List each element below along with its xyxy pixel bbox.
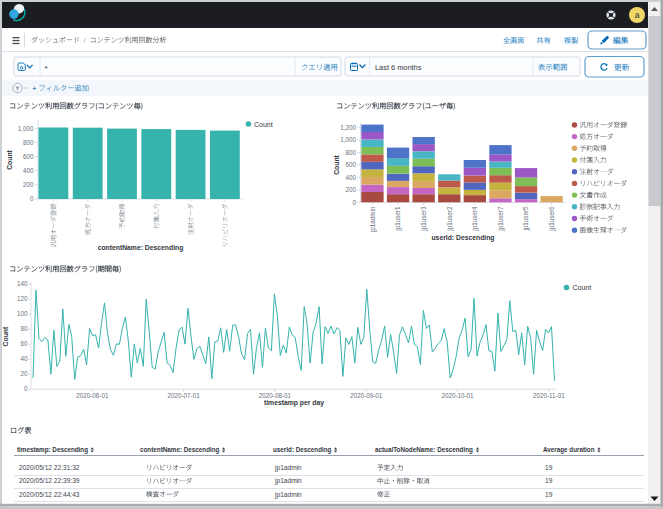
svg-text:jp1admin: jp1admin [274,477,302,485]
svg-text:jp1admin: jp1admin [274,464,302,472]
svg-text:2020-06-01: 2020-06-01 [76,392,109,399]
svg-text:timestamp per day: timestamp per day [264,399,324,407]
svg-text:a: a [635,10,640,20]
svg-text:800: 800 [23,139,34,146]
svg-text:800: 800 [345,149,356,156]
svg-text:userId: Descending: userId: Descending [273,446,332,454]
svg-text:jp1user4: jp1user4 [471,206,479,232]
svg-text:jp1user7: jp1user7 [497,206,505,232]
svg-text:2020/05/12 22:39:39: 2020/05/12 22:39:39 [19,477,80,484]
svg-text:2020-11-01: 2020-11-01 [533,392,565,399]
svg-text:*: * [45,64,48,73]
svg-text:contentName: Descending: contentName: Descending [140,446,220,454]
svg-text:19: 19 [545,464,553,471]
svg-text:600: 600 [345,161,356,168]
svg-text:100: 100 [17,310,28,317]
svg-text:Count: Count [254,121,273,128]
svg-text:jp1user3: jp1user3 [420,206,428,232]
svg-text:19: 19 [545,477,553,484]
svg-text:jp1user6: jp1user6 [548,206,556,232]
svg-text:600: 600 [23,153,34,160]
svg-text:0: 0 [24,385,28,392]
svg-text:jp1admin: jp1admin [369,206,377,233]
svg-text:19: 19 [545,491,553,498]
svg-text:2020-07-01: 2020-07-01 [167,392,200,399]
svg-text:400: 400 [23,167,34,174]
svg-text:1,000: 1,000 [340,136,356,143]
svg-text:2020-08-01: 2020-08-01 [259,392,292,399]
svg-text:1,200: 1,200 [340,124,356,131]
svg-text:/: / [84,36,86,45]
svg-text:60: 60 [20,340,28,347]
svg-text:jp1admin: jp1admin [274,491,302,499]
svg-text:jp1user5: jp1user5 [522,206,530,232]
svg-text:Average duration: Average duration [543,446,595,454]
svg-text:Last 6 months: Last 6 months [375,63,422,72]
svg-text:200: 200 [23,181,34,188]
svg-text:actualToNodeName: Descending: actualToNodeName: Descending [375,446,473,454]
svg-text:2020-09-01: 2020-09-01 [350,392,383,399]
svg-text:Count: Count [6,149,13,169]
svg-text:contentName: Descending: contentName: Descending [98,244,184,252]
svg-text:jp1user1: jp1user1 [394,206,402,232]
svg-text:jp1user2: jp1user2 [446,206,454,232]
svg-text:+: + [32,84,37,93]
svg-text:2020-10-01: 2020-10-01 [441,392,474,399]
svg-text:0: 0 [352,199,356,206]
svg-text:0: 0 [30,195,34,202]
svg-text:2020/05/12 22:44:43: 2020/05/12 22:44:43 [19,491,80,498]
svg-text:40: 40 [20,355,28,362]
svg-text:80: 80 [20,325,28,332]
svg-text:20: 20 [20,370,28,377]
svg-text:2020/05/12 22:31:32: 2020/05/12 22:31:32 [19,464,80,471]
svg-text:120: 120 [17,295,28,302]
svg-text:userId: Descending: userId: Descending [431,234,494,242]
svg-text:Count: Count [573,284,592,291]
svg-text:400: 400 [345,174,356,181]
svg-text:1,000: 1,000 [18,125,34,132]
svg-text:Count: Count [2,326,9,346]
svg-text:140: 140 [17,280,28,287]
svg-text:Count: Count [333,154,340,174]
svg-text:200: 200 [345,186,356,193]
svg-text:timestamp: Descending: timestamp: Descending [17,446,88,454]
